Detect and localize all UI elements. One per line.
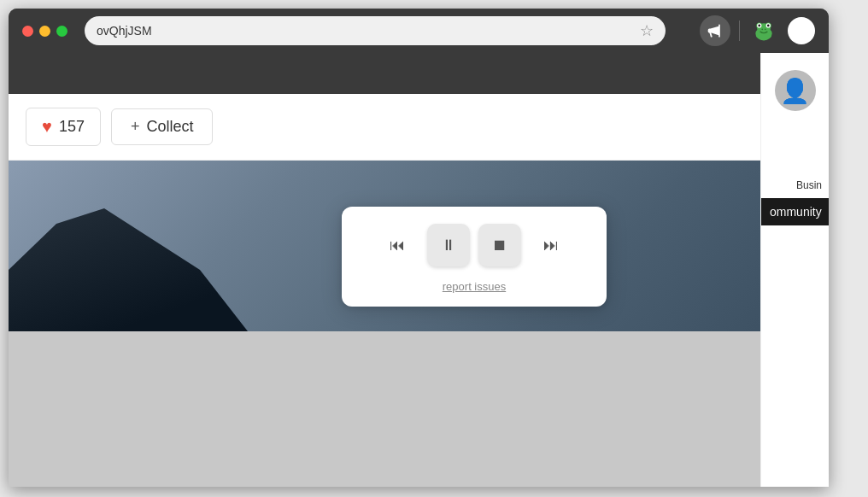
svg-point-7 [767,25,770,27]
pause-button[interactable]: ⏸ [427,224,470,266]
avatar: 👤 [775,70,816,111]
toolbar-icons [700,15,815,46]
rewind-icon: ⏮ [390,237,405,254]
url-text: ovQhjJSM [97,24,640,38]
like-button[interactable]: ♥ 157 [26,108,101,146]
pause-icon: ⏸ [441,237,456,254]
svg-point-6 [758,25,760,27]
maximize-button[interactable] [56,26,67,37]
frog-extension-button[interactable] [748,15,779,46]
media-controls-row: ⏮ ⏸ ⏹ ⏭ [359,224,589,266]
svg-point-9 [765,28,766,30]
stop-button[interactable]: ⏹ [478,224,521,266]
media-controls-popup: ⏮ ⏸ ⏹ ⏭ report issues [342,207,607,307]
community-tag: ommunity [761,198,829,225]
business-label: Busin [761,179,829,191]
heart-icon: ♥ [42,117,52,137]
close-button[interactable] [22,26,33,37]
collect-label: Collect [146,118,193,136]
bookmark-star-icon[interactable]: ☆ [640,21,654,40]
page-actions-bar: ♥ 157 + Collect [9,94,829,161]
forward-icon: ⏭ [543,237,559,254]
stop-icon: ⏹ [492,237,507,254]
page-content: ♥ 157 + Collect 👤 Busin ommunity [9,53,829,487]
megaphone-button[interactable] [700,15,730,46]
address-bar[interactable]: ovQhjJSM ☆ [85,16,666,45]
right-sidebar: 👤 Busin ommunity [760,53,829,487]
rewind-button[interactable]: ⏮ [376,224,419,266]
avatar-icon: 👤 [780,77,810,105]
browser-window: ovQhjJSM ☆ [9,9,829,487]
plus-icon: + [131,118,140,136]
toolbar-divider [739,20,740,41]
rocks-silhouette [9,178,248,331]
title-bar: ovQhjJSM ☆ [9,9,829,53]
megaphone-icon [707,22,724,39]
frog-icon [752,19,776,43]
traffic-lights [22,26,67,37]
minimize-button[interactable] [39,26,50,37]
report-issues-link[interactable]: report issues [359,280,589,293]
collect-button[interactable]: + Collect [111,108,214,145]
page-topbar [9,53,829,94]
profile-button[interactable] [788,17,815,44]
community-label: ommunity [770,205,822,219]
forward-button[interactable]: ⏭ [530,224,572,266]
address-bar-wrapper: ovQhjJSM ☆ [85,16,679,45]
svg-point-8 [761,28,763,30]
like-count: 157 [59,118,85,136]
